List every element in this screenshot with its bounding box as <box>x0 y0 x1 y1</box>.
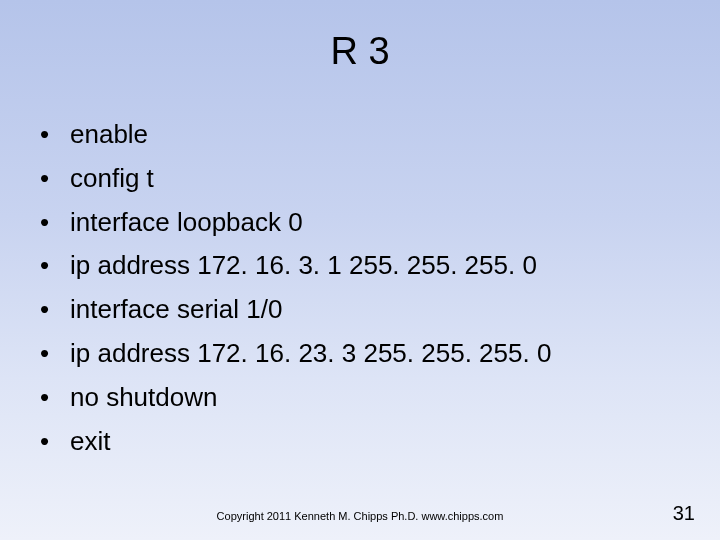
bullet-icon: • <box>40 249 70 283</box>
list-item: • interface loopback 0 <box>40 206 720 240</box>
list-item: • interface serial 1/0 <box>40 293 720 327</box>
bullet-icon: • <box>40 118 70 152</box>
bullet-icon: • <box>40 206 70 240</box>
bullet-list: • enable • config t • interface loopback… <box>0 118 720 458</box>
bullet-text: interface loopback 0 <box>70 206 303 240</box>
list-item: • exit <box>40 425 720 459</box>
bullet-text: exit <box>70 425 110 459</box>
bullet-text: ip address 172. 16. 3. 1 255. 255. 255. … <box>70 249 537 283</box>
list-item: • config t <box>40 162 720 196</box>
bullet-icon: • <box>40 337 70 371</box>
bullet-icon: • <box>40 425 70 459</box>
bullet-text: config t <box>70 162 154 196</box>
slide-title: R 3 <box>0 0 720 118</box>
list-item: • enable <box>40 118 720 152</box>
list-item: • no shutdown <box>40 381 720 415</box>
page-number: 31 <box>673 502 695 525</box>
bullet-text: interface serial 1/0 <box>70 293 282 327</box>
bullet-icon: • <box>40 381 70 415</box>
list-item: • ip address 172. 16. 3. 1 255. 255. 255… <box>40 249 720 283</box>
list-item: • ip address 172. 16. 23. 3 255. 255. 25… <box>40 337 720 371</box>
bullet-icon: • <box>40 162 70 196</box>
bullet-text: no shutdown <box>70 381 217 415</box>
bullet-icon: • <box>40 293 70 327</box>
bullet-text: enable <box>70 118 148 152</box>
copyright-text: Copyright 2011 Kenneth M. Chipps Ph.D. w… <box>0 510 720 522</box>
bullet-text: ip address 172. 16. 23. 3 255. 255. 255.… <box>70 337 551 371</box>
